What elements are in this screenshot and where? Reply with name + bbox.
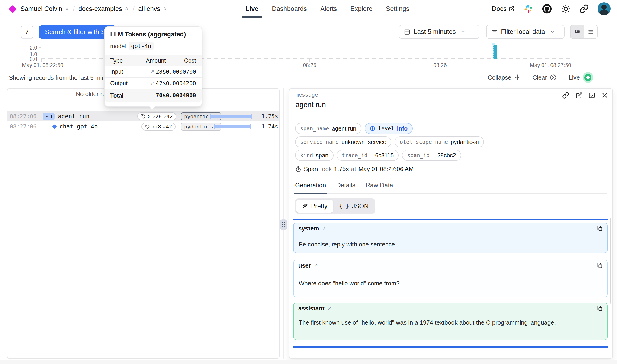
message-text: Be concise, reply with one sentence. — [294, 234, 607, 253]
trace-row-chat-gpt-4o[interactable]: 08:27:06 chat gpt-4o ↗28 ↙42 pydantic-ai… — [7, 121, 279, 132]
trace-row-agent-run[interactable]: 08:27:06 1 agent run Σ ↗28 ↙42 pydantic-… — [7, 111, 279, 121]
tab-generation-label: Generation — [295, 182, 326, 189]
trace-list-panel: No older records to load 08:27:06 1 agen… — [7, 88, 279, 359]
model-value-chip: gpt-4o — [129, 42, 154, 50]
pill-key: otel_scope_name — [400, 139, 448, 145]
y-axis-tick — [39, 54, 41, 54]
pill-kind[interactable]: kind span — [295, 150, 334, 161]
pill-span-id[interactable]: span_id ...28cbc2 — [402, 150, 461, 161]
filter-local-data-dropdown[interactable]: Filter local data — [486, 25, 564, 39]
token-counts-pill[interactable]: ↗28 ↙42 — [142, 123, 176, 130]
tag-icon — [145, 124, 150, 129]
close-panel-icon[interactable] — [601, 91, 609, 99]
breadcrumb-env-label: all envs — [138, 5, 160, 13]
tab-generation[interactable]: Generation — [295, 180, 326, 193]
time-range-dropdown[interactable]: Last 5 minutes — [399, 25, 479, 39]
showing-records-label: Showing records from the last 5 minutes — [9, 74, 117, 81]
output-tokens: 42 — [167, 114, 173, 119]
tree-connector — [47, 120, 47, 126]
theme-toggle-icon[interactable] — [561, 4, 571, 14]
nav-tab-live-label: Live — [245, 5, 258, 13]
generation-bottom-divider — [293, 346, 608, 348]
logfire-app: Samuel Colvin / docs-examples / all envs… — [0, 0, 617, 364]
unfold-icon — [124, 6, 129, 11]
message-header: system ↗ — [294, 223, 607, 234]
breadcrumb-org[interactable]: Samuel Colvin — [20, 5, 69, 13]
share-link-icon[interactable] — [579, 4, 589, 13]
message-text: Where does "hello world" come from? — [294, 271, 607, 294]
pill-otel-scope-name[interactable]: otel_scope_name pydantic-ai — [394, 136, 484, 147]
x-axis-label-start: May 01. 08:22:50 — [22, 62, 63, 68]
live-indicator-icon — [583, 72, 593, 83]
span-name-label: agent run — [58, 111, 89, 121]
row-type: Output — [110, 80, 138, 87]
nav-tab-settings[interactable]: Settings — [386, 0, 409, 18]
chart-bar-selected[interactable] — [493, 44, 497, 59]
pill-value: pydantic-ai — [451, 139, 479, 145]
message-card-assistant: assistant ↙ The first known use of "hell… — [293, 303, 608, 340]
tab-details[interactable]: Details — [336, 180, 355, 193]
docs-link-label: Docs — [492, 5, 507, 13]
collapse-children-badge[interactable]: 1 — [43, 113, 54, 120]
input-arrow-icon: ↗ — [152, 114, 155, 119]
input-arrow-icon: ↗ — [150, 69, 154, 75]
nav-tab-alerts[interactable]: Alerts — [320, 0, 337, 18]
dock-panel-icon[interactable] — [588, 91, 596, 99]
copy-link-icon[interactable] — [562, 91, 570, 99]
pretty-toggle-button[interactable]: Pretty — [296, 200, 333, 213]
unfold-icon — [163, 6, 167, 11]
token-counts-pill[interactable]: Σ ↗28 ↙42 — [137, 112, 176, 120]
pill-value: ...6c8115 — [370, 152, 394, 159]
filter-icon — [491, 28, 498, 35]
pill-level[interactable]: level Info — [365, 123, 413, 134]
duration-label: 1.74s — [249, 121, 278, 132]
tab-details-label: Details — [336, 182, 355, 189]
y-axis-tick-label: 0.0 — [23, 56, 37, 62]
breadcrumb-env[interactable]: all envs — [138, 5, 167, 13]
copy-icon[interactable] — [597, 305, 603, 311]
github-icon[interactable] — [542, 4, 552, 14]
json-toggle-button[interactable]: { } JSON — [334, 200, 374, 213]
pill-trace-id[interactable]: trace_id ...6c8115 — [337, 150, 399, 161]
tag-icon — [141, 114, 146, 119]
collapse-button[interactable]: Collapse — [488, 73, 521, 82]
message-role-label: user — [298, 262, 311, 269]
tree-connector — [47, 126, 52, 126]
row-cost: $0.0004900 — [163, 92, 196, 99]
detail-scrollbar[interactable] — [610, 218, 611, 304]
breadcrumb-project[interactable]: docs-examples — [79, 5, 129, 13]
slack-icon[interactable] — [524, 4, 533, 13]
tab-raw-data[interactable]: Raw Data — [366, 180, 393, 193]
time-range-label: Last 5 minutes — [414, 28, 456, 36]
json-label: JSON — [352, 203, 368, 210]
copy-icon[interactable] — [597, 225, 603, 231]
nav-tab-explore[interactable]: Explore — [351, 0, 372, 18]
pill-span-name[interactable]: span_name agent run — [295, 123, 361, 134]
clear-button[interactable]: Clear — [533, 73, 557, 82]
docs-link[interactable]: Docs — [492, 5, 515, 13]
x-axis-label: 08:26 — [428, 62, 452, 68]
tokens-table: Type Amount Cost Input ↗28 $0.0000700 Ou… — [105, 55, 202, 102]
children-count: 1 — [50, 114, 53, 119]
col-cost: Cost — [166, 57, 196, 64]
x-axis-label: 08:25 — [298, 62, 321, 68]
output-arrow-icon: ↙ — [164, 114, 167, 119]
tokens-table-row-input: Input ↗28 $0.0000700 — [105, 66, 202, 78]
nav-tab-live[interactable]: Live — [245, 0, 258, 18]
message-direction-icon: ↙ — [327, 306, 331, 311]
breadcrumb-project-label: docs-examples — [79, 5, 122, 13]
x-axis-tick — [41, 59, 42, 62]
open-in-new-icon[interactable] — [575, 91, 583, 99]
attribute-pills-row: service_name unknown_service otel_scope_… — [295, 136, 484, 147]
pill-key: level — [378, 125, 394, 131]
list-view-button[interactable] — [584, 25, 597, 39]
chart-bar-cap — [492, 43, 495, 45]
copy-icon[interactable] — [597, 262, 603, 269]
tree-view-button[interactable] — [571, 25, 584, 39]
live-toggle[interactable]: Live — [569, 73, 593, 82]
pill-service-name[interactable]: service_name unknown_service — [295, 136, 391, 147]
nav-tab-dashboards[interactable]: Dashboards — [272, 0, 307, 18]
panel-resize-handle[interactable] — [280, 219, 287, 230]
row-amount: 70 — [156, 92, 163, 99]
user-avatar[interactable] — [598, 2, 611, 15]
